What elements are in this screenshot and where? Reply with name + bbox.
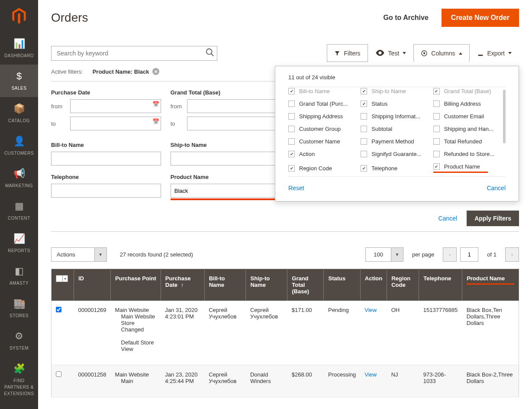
nav-reports[interactable]: 📈REPORTS bbox=[0, 227, 38, 260]
nav-icon: 📦 bbox=[2, 103, 36, 114]
sort-asc-icon: ↑ bbox=[181, 282, 184, 288]
col-header-status[interactable]: Status bbox=[324, 269, 360, 301]
column-toggle-billing-address[interactable]: Billing Address bbox=[433, 101, 501, 107]
column-toggle-total-refunded[interactable]: Total Refunded bbox=[433, 138, 501, 145]
select-all-checkbox[interactable]: ▼ bbox=[56, 275, 69, 282]
col-header-product-name[interactable]: Product Name bbox=[462, 269, 519, 301]
apply-filters-button[interactable]: Apply Filters bbox=[467, 211, 519, 226]
cell: 000001269 bbox=[74, 301, 111, 365]
col-header-purchase-point[interactable]: Purchase Point bbox=[111, 269, 161, 301]
ship-to-name-input[interactable] bbox=[171, 152, 281, 166]
column-toggle-shipping-address[interactable]: Shipping Address bbox=[288, 113, 356, 120]
column-toggle-bill-to-name[interactable]: Bill-to Name bbox=[288, 88, 356, 94]
cancel-filters-link[interactable]: Cancel bbox=[438, 215, 458, 222]
column-toggle-telephone[interactable]: Telephone bbox=[361, 163, 429, 173]
highlight-underline bbox=[433, 172, 488, 173]
row-checkbox[interactable] bbox=[56, 307, 61, 312]
filters-button[interactable]: Filters bbox=[327, 44, 368, 62]
checkbox-icon bbox=[288, 151, 295, 157]
remove-filter-icon[interactable]: ✕ bbox=[152, 68, 159, 75]
view-order-link[interactable]: View bbox=[364, 371, 377, 378]
nav-amasty[interactable]: ◧AMASTY bbox=[0, 260, 38, 292]
grand-total-from-input[interactable] bbox=[187, 99, 280, 113]
view-order-link[interactable]: View bbox=[364, 307, 377, 313]
eye-icon bbox=[375, 48, 385, 58]
column-toggle-status[interactable]: Status bbox=[361, 101, 429, 107]
col-header-ship-to-name[interactable]: Ship-to Name bbox=[246, 269, 287, 301]
column-toggle-action[interactable]: Action bbox=[288, 151, 356, 157]
bill-to-name-input[interactable] bbox=[51, 152, 161, 166]
column-toggle-region-code[interactable]: Region Code bbox=[288, 163, 356, 173]
nav-customers[interactable]: 👤CUSTOMERS bbox=[0, 130, 38, 162]
calendar-icon[interactable]: 📅 bbox=[152, 101, 159, 107]
product-name-input[interactable] bbox=[171, 184, 281, 198]
page-of-label: of 1 bbox=[487, 251, 497, 258]
default-view-button[interactable]: Test bbox=[368, 44, 414, 62]
column-toggle-refunded-to-store-[interactable]: Refunded to Store... bbox=[433, 151, 501, 157]
column-toggle-shipping-informat-[interactable]: Shipping Informat... bbox=[361, 113, 429, 120]
columns-reset-link[interactable]: Reset bbox=[288, 185, 304, 192]
nav-find-partners-extensions[interactable]: 🧩FIND PARTNERS & EXTENSIONS bbox=[0, 357, 38, 403]
col-header-bill-to-name[interactable]: Bill-to Name bbox=[204, 269, 246, 301]
col-header-telephone[interactable]: Telephone bbox=[419, 269, 462, 301]
nav-icon: ⚙ bbox=[2, 331, 36, 342]
nav-marketing[interactable]: 📢MARKETING bbox=[0, 162, 38, 195]
cell: View bbox=[360, 365, 387, 397]
svg-point-3 bbox=[424, 53, 425, 54]
nav-content[interactable]: ▦CONTENT bbox=[0, 195, 38, 227]
col-header-grand-total-base-[interactable]: Grand Total (Base) bbox=[287, 269, 324, 301]
column-toggle-product-name[interactable]: Product Name bbox=[433, 163, 501, 170]
search-button[interactable] bbox=[205, 48, 215, 58]
grand-total-to-input[interactable] bbox=[187, 117, 280, 130]
checkbox-icon bbox=[433, 101, 440, 107]
column-toggle-ship-to-name[interactable]: Ship-to Name bbox=[361, 88, 429, 94]
column-toggle-grand-total-purc-[interactable]: Grand Total (Purc... bbox=[288, 101, 356, 107]
col-header-region-code[interactable]: Region Code bbox=[387, 269, 419, 301]
column-toggle-shipping-and-han-[interactable]: Shipping and Han... bbox=[433, 126, 501, 132]
columns-cancel-link[interactable]: Cancel bbox=[487, 185, 506, 192]
row-checkbox[interactable] bbox=[56, 371, 61, 377]
mass-actions-dropdown[interactable]: Actions ▼ bbox=[51, 247, 107, 262]
admin-sidebar: 📊DASHBOARD$SALES📦CATALOG👤CUSTOMERS📢MARKE… bbox=[0, 0, 38, 409]
nav-icon: ◧ bbox=[2, 266, 36, 277]
telephone-input[interactable] bbox=[51, 184, 161, 198]
next-page-button[interactable]: › bbox=[505, 247, 519, 262]
magento-logo[interactable] bbox=[0, 0, 38, 32]
nav-icon: 📢 bbox=[2, 168, 36, 179]
page-number-input[interactable] bbox=[460, 247, 478, 262]
column-toggle-subtotal[interactable]: Subtotal bbox=[361, 126, 429, 132]
purchase-date-from-input[interactable] bbox=[70, 99, 161, 113]
column-toggle-grand-total-base-[interactable]: Grand Total (Base) bbox=[433, 88, 501, 94]
column-toggle-signifyd-guarante-[interactable]: Signifyd Guarante... bbox=[361, 151, 429, 157]
nav-catalog[interactable]: 📦CATALOG bbox=[0, 97, 38, 130]
col-header-id[interactable]: ID bbox=[74, 269, 111, 301]
col-header-purchase-date[interactable]: Purchase Date ↑ bbox=[161, 269, 204, 301]
col-header-action[interactable]: Action bbox=[360, 269, 387, 301]
nav-system[interactable]: ⚙SYSTEM bbox=[0, 325, 38, 357]
column-toggle-customer-name[interactable]: Customer Name bbox=[288, 138, 356, 145]
calendar-icon[interactable]: 📅 bbox=[152, 118, 159, 125]
export-button[interactable]: Export bbox=[470, 44, 519, 62]
prev-page-button[interactable]: ‹ bbox=[443, 247, 457, 262]
cell: Main WebsiteMain Website Store ChangedDe… bbox=[111, 301, 161, 365]
purchase-date-to-input[interactable] bbox=[70, 117, 161, 130]
column-toggle-customer-email[interactable]: Customer Email bbox=[433, 113, 501, 120]
column-toggle-payment-method[interactable]: Payment Method bbox=[361, 138, 429, 145]
cell: Processing bbox=[324, 365, 360, 397]
orders-grid: ▼IDPurchase PointPurchase Date ↑Bill-to … bbox=[51, 269, 519, 397]
grand-total-base-label: Grand Total (Base) bbox=[171, 89, 281, 96]
scrollbar[interactable] bbox=[503, 90, 506, 143]
per-page-label: per page bbox=[412, 251, 434, 258]
nav-sales[interactable]: $SALES bbox=[0, 65, 38, 97]
cell: Сергей Учухлебов bbox=[246, 301, 287, 365]
nav-stores[interactable]: 🏬STORES bbox=[0, 292, 38, 325]
nav-dashboard[interactable]: 📊DASHBOARD bbox=[0, 32, 38, 65]
columns-button[interactable]: Columns bbox=[413, 44, 469, 62]
highlight-underline bbox=[171, 198, 281, 200]
per-page-select[interactable]: 100 ▼ bbox=[365, 247, 403, 262]
search-input[interactable] bbox=[51, 46, 217, 61]
purchase-date-label: Purchase Date bbox=[51, 89, 161, 96]
go-to-archive-link[interactable]: Go to Archive bbox=[384, 14, 429, 22]
column-toggle-customer-group[interactable]: Customer Group bbox=[288, 126, 356, 132]
create-new-order-button[interactable]: Create New Order bbox=[442, 9, 519, 27]
